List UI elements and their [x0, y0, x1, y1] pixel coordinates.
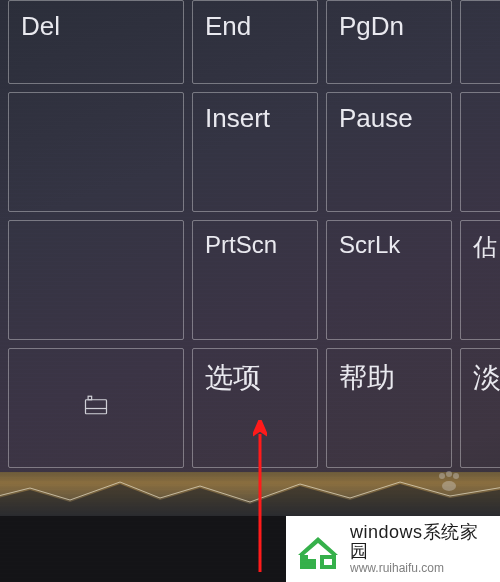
key-label: End — [205, 11, 251, 42]
watermark-text: windows系统家园 www.ruihaifu.com — [350, 523, 490, 576]
svg-rect-8 — [324, 559, 332, 565]
site-watermark: windows系统家园 www.ruihaifu.com — [286, 516, 500, 582]
svg-rect-0 — [86, 399, 107, 413]
mountain-silhouette — [0, 472, 500, 516]
key-label: Del — [21, 11, 60, 42]
key-options[interactable]: 选项 — [192, 348, 318, 468]
dock-icon — [82, 391, 110, 426]
onscreen-keyboard-screenshot: Del End PgDn Insert Pause PrtScn — [0, 0, 500, 582]
desktop-wallpaper-strip — [0, 472, 500, 516]
key-label: Insert — [205, 103, 270, 134]
key-blank-r1[interactable] — [460, 0, 500, 84]
key-scrlk[interactable]: ScrLk — [326, 220, 452, 340]
key-end[interactable]: End — [192, 0, 318, 84]
key-blank-r2a[interactable] — [8, 92, 184, 212]
watermark-logo-icon — [294, 525, 342, 573]
key-blank-r3a[interactable] — [8, 220, 184, 340]
key-row-1: Del End PgDn — [0, 0, 500, 84]
key-prtscn[interactable]: PrtScn — [192, 220, 318, 340]
key-cut-r4[interactable]: 淡 — [460, 348, 500, 468]
key-dock[interactable] — [8, 348, 184, 468]
key-pgdn[interactable]: PgDn — [326, 0, 452, 84]
key-label: PgDn — [339, 11, 404, 42]
key-label: 帮助 — [339, 359, 395, 397]
watermark-title: windows系统家园 — [350, 523, 490, 563]
key-blank-r2b[interactable] — [460, 92, 500, 212]
key-label: 淡 — [473, 359, 500, 397]
key-del[interactable]: Del — [8, 0, 184, 84]
key-row-4: 选项 帮助 淡 — [0, 348, 500, 468]
key-label: 选项 — [205, 359, 261, 397]
key-help[interactable]: 帮助 — [326, 348, 452, 468]
svg-rect-1 — [88, 396, 92, 400]
key-label: PrtScn — [205, 231, 277, 259]
key-row-2: Insert Pause — [0, 92, 500, 212]
key-insert[interactable]: Insert — [192, 92, 318, 212]
key-row-3: PrtScn ScrLk 佔 — [0, 220, 500, 340]
key-cut-r3[interactable]: 佔 — [460, 220, 500, 340]
key-label: ScrLk — [339, 231, 400, 259]
watermark-url: www.ruihaifu.com — [350, 562, 490, 575]
key-pause[interactable]: Pause — [326, 92, 452, 212]
key-label: Pause — [339, 103, 413, 134]
key-label: 佔 — [473, 231, 497, 263]
